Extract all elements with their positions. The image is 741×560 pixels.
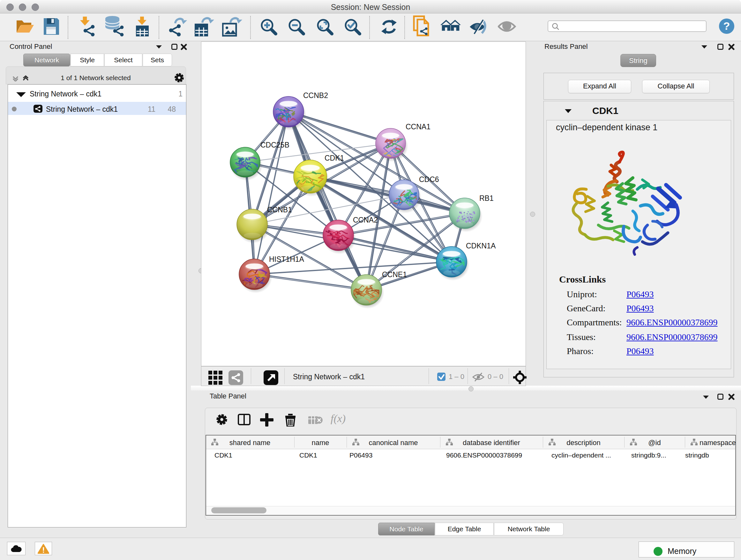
svg-text:?: ?	[724, 20, 730, 32]
svg-text:CCNB2: CCNB2	[303, 91, 328, 100]
svg-text:CCNA2: CCNA2	[353, 216, 378, 224]
svg-text:CCNB1: CCNB1	[267, 206, 292, 214]
svg-text:CDKN1A: CDKN1A	[466, 242, 496, 250]
svg-text:RB1: RB1	[479, 194, 494, 202]
svg-text:CCNA1: CCNA1	[406, 123, 430, 131]
svg-text:CCNE1: CCNE1	[382, 270, 407, 279]
svg-text:HIST1H1A: HIST1H1A	[269, 255, 305, 263]
svg-text:CDC25B: CDC25B	[260, 141, 289, 149]
svg-text:CDK1: CDK1	[325, 154, 344, 162]
svg-text:CDC6: CDC6	[419, 175, 439, 184]
